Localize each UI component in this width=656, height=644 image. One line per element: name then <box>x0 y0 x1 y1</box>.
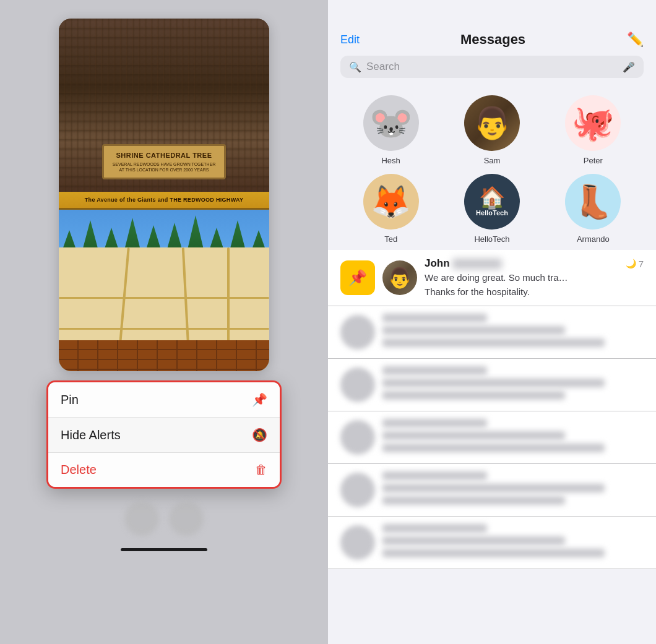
avatar-ted: 🦊 <box>363 174 419 230</box>
avatar-sam: 👨 <box>464 95 520 151</box>
tree-photo: SHRINE CATHEDRAL TREE SEVERAL REDWOODS H… <box>59 19 269 192</box>
blurred-preview-1a <box>382 326 565 335</box>
microphone-icon: 🎤 <box>623 61 635 73</box>
contact-name-sam: Sam <box>484 156 501 165</box>
blurred-preview-4a <box>382 484 605 492</box>
conversation-blurred-5[interactable] <box>328 517 656 569</box>
blurred-text-2 <box>382 366 644 403</box>
contact-sam[interactable]: 👨 Sam <box>441 95 542 165</box>
avenue-sign-text: The Avenue of the Giants and THE REDWOOD… <box>64 197 264 203</box>
contact-ted[interactable]: 🦊 Ted <box>340 174 441 244</box>
delete-label: Delete <box>61 463 97 477</box>
contact-peter[interactable]: 🐙 Peter <box>543 95 644 165</box>
compose-button[interactable]: ✏️ <box>626 31 644 48</box>
pinned-badge: 📌 <box>340 260 375 295</box>
blurred-preview-2a <box>382 379 605 387</box>
conv-name-row: John 🌙 7 <box>425 257 644 270</box>
search-bar[interactable]: 🔍 Search 🎤 <box>340 56 644 78</box>
pin-label: Pin <box>61 393 79 407</box>
blurred-contacts <box>112 501 216 536</box>
blurred-avatar-conv-1 <box>340 315 375 350</box>
conversation-blurred-1[interactable] <box>328 306 656 359</box>
search-icon: 🔍 <box>349 61 361 73</box>
blurred-avatar-conv-3 <box>340 420 375 455</box>
contact-name-hellotech: HelloTech <box>474 234 509 244</box>
hide-alerts-label: Hide Alerts <box>61 428 121 442</box>
contact-name-armando: Armando <box>577 234 610 244</box>
blurred-name-1 <box>382 314 487 322</box>
edit-button[interactable]: Edit <box>340 33 360 46</box>
blurred-text-3 <box>382 419 644 456</box>
avenue-sign: The Avenue of the Giants and THE REDWOOD… <box>59 192 269 210</box>
blurred-text-5 <box>382 524 644 561</box>
sign-title: SHRINE CATHEDRAL TREE <box>111 151 217 160</box>
contact-armando[interactable]: 👢 Armando <box>543 174 644 244</box>
contact-name-ted: Ted <box>384 234 397 244</box>
blurred-avatar-conv-4 <box>340 473 375 507</box>
blurred-text-1 <box>382 314 644 351</box>
avatar-armando: 👢 <box>565 174 621 230</box>
delete-menu-item[interactable]: Delete 🗑 <box>48 453 280 487</box>
conv-content-john: John 🌙 7 We are doing great. So much tra… <box>425 257 644 298</box>
contact-hesh[interactable]: 🐭 Hesh <box>340 95 441 165</box>
blurred-name-5 <box>382 524 487 533</box>
compose-icon: ✏️ <box>627 32 644 48</box>
blurred-avatar-1 <box>124 501 159 536</box>
sign-subtitle: SEVERAL REDWOODS HAVE GROWN TOGETHER AT … <box>111 161 217 173</box>
moon-icon: 🌙 <box>626 259 636 268</box>
hide-alerts-menu-item[interactable]: Hide Alerts 🔕 <box>48 418 280 453</box>
pinned-contacts-row1: 🐭 Hesh 👨 Sam 🐙 Peter <box>328 89 656 171</box>
hellotech-text: HelloTech <box>476 209 508 217</box>
conv-time-john: 7 <box>639 259 644 269</box>
house-icon: 🏠 <box>479 187 505 208</box>
blurred-text-4 <box>382 471 644 509</box>
hellotech-logo: 🏠 HelloTech <box>476 187 508 217</box>
blurred-avatar-conv-5 <box>340 525 375 560</box>
conv-preview-line2: Thanks for the hospitality. <box>425 285 644 298</box>
blurred-preview-5a <box>382 536 565 545</box>
blurred-name-4 <box>382 471 487 480</box>
conv-preview-line1: We are doing great. So much tra… <box>425 271 644 284</box>
conversation-blurred-3[interactable] <box>328 411 656 464</box>
conversation-list: 📌 👨 John 🌙 7 We are doing great. So much… <box>328 250 656 644</box>
conv-name-john: John <box>425 257 450 270</box>
messages-header: Edit Messages ✏️ 🔍 Search 🎤 <box>328 0 656 89</box>
pin-white-icon: 📌 <box>348 269 367 286</box>
blurred-preview-5b <box>382 549 605 557</box>
conv-avatar-john: 👨 <box>382 260 417 295</box>
blurred-avatar-2 <box>169 501 204 536</box>
conversation-john[interactable]: 📌 👨 John 🌙 7 We are doing great. So much… <box>328 250 656 306</box>
avatar-peter: 🐙 <box>565 95 621 151</box>
conversation-blurred-2[interactable] <box>328 359 656 411</box>
pin-menu-item[interactable]: Pin 📌 <box>48 382 280 418</box>
header-row: Edit Messages ✏️ <box>340 31 644 48</box>
blurred-preview-3a <box>382 431 565 440</box>
blurred-avatar-conv-2 <box>340 367 375 402</box>
blurred-preview-4b <box>382 496 565 505</box>
blurred-preview-1b <box>382 338 605 347</box>
john-photo: 👨 <box>382 260 417 295</box>
photo-card: SHRINE CATHEDRAL TREE SEVERAL REDWOODS H… <box>59 19 269 371</box>
contact-hellotech[interactable]: 🏠 HelloTech HelloTech <box>441 174 542 244</box>
trash-icon: 🗑 <box>255 463 267 477</box>
right-panel: Edit Messages ✏️ 🔍 Search 🎤 🐭 Hesh 👨 Sam… <box>328 0 656 644</box>
home-indicator <box>121 548 207 551</box>
left-panel: SHRINE CATHEDRAL TREE SEVERAL REDWOODS H… <box>0 0 328 644</box>
avatar-hellotech: 🏠 HelloTech <box>464 174 520 230</box>
avatar-hesh: 🐭 <box>363 95 419 151</box>
conversation-blurred-4[interactable] <box>328 464 656 517</box>
bell-slash-icon: 🔕 <box>252 427 267 442</box>
shrine-sign: SHRINE CATHEDRAL TREE SEVERAL REDWOODS H… <box>102 144 226 179</box>
blurred-preview-3b <box>382 444 605 452</box>
context-menu: Pin 📌 Hide Alerts 🔕 Delete 🗑 <box>46 380 282 489</box>
blurred-name-3 <box>382 419 487 427</box>
contact-name-hesh: Hesh <box>381 156 400 165</box>
blurred-preview-2b <box>382 391 565 400</box>
pin-icon: 📌 <box>252 392 267 407</box>
page-title: Messages <box>360 32 626 48</box>
conv-name-surname-blurred <box>452 259 502 269</box>
blurred-name-2 <box>382 366 487 375</box>
search-input[interactable]: Search <box>366 61 618 73</box>
pinned-contacts-row2: 🦊 Ted 🏠 HelloTech HelloTech 👢 Armando <box>328 171 656 250</box>
map-photo: The Avenue of the Giants and THE REDWOOD… <box>59 192 269 371</box>
